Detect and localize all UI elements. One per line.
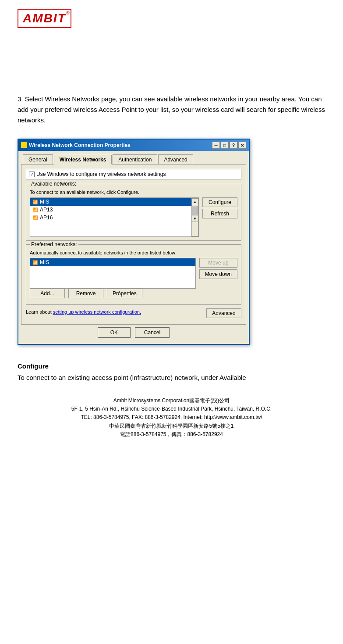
- dialog-titlebar: Wireless Network Connection Properties ─…: [18, 140, 249, 151]
- dialog-controls[interactable]: ─ □ ? ✕: [212, 142, 246, 149]
- preferred-move-buttons: Move up Move down: [199, 258, 237, 289]
- spacer: [18, 41, 325, 94]
- tab-wireless-networks[interactable]: Wireless Networks: [54, 155, 112, 165]
- remove-button[interactable]: Remove: [68, 289, 103, 298]
- preferred-item-mis[interactable]: 📶 MIS: [30, 258, 195, 266]
- tab-panel: ✓ Use Windows to configure my wireless n…: [21, 164, 246, 325]
- tabs-row: General Wireless Networks Authentication…: [21, 153, 246, 164]
- maximize-button[interactable]: □: [221, 142, 229, 149]
- footer-line2: 5F-1, 5 Hsin-An Rd., Hsinchu Science-Bas…: [18, 405, 325, 413]
- preferred-networks-section: Preferred networks: Automatically connec…: [26, 244, 241, 305]
- learn-text: Learn about: [26, 309, 52, 315]
- logo-text: AMBIT: [23, 11, 66, 25]
- available-scrollbar[interactable]: ▲ ▼: [191, 198, 198, 236]
- footer-line4: 中華民國臺灣省新竹縣新竹科學園區新安路5號5樓之1: [18, 422, 325, 430]
- cancel-button[interactable]: Cancel: [135, 327, 170, 338]
- advanced-button[interactable]: Advanced: [206, 308, 241, 318]
- available-networks-section: Available networks: To connect to an ava…: [26, 184, 241, 241]
- learn-section: Learn about setting up wireless network …: [26, 309, 141, 315]
- preferred-networks-label: Preferred networks:: [30, 241, 78, 247]
- footer-line3: TEL: 886-3-5784975, FAX: 886-3-5782924, …: [18, 413, 325, 422]
- preferred-networks-desc: Automatically connect to available netwo…: [30, 250, 237, 255]
- footer-line5: 電話886-3-5784975，傳真：886-3-5782924: [18, 430, 325, 439]
- networks-list-inner: 📶 MIS 📶 AP13 📶 AP16: [30, 198, 191, 236]
- configure-section: Configure To connect to an existing acce…: [18, 362, 325, 383]
- configure-desc: To connect to an existing access point (…: [18, 372, 325, 383]
- tab-authentication[interactable]: Authentication: [113, 154, 157, 164]
- scroll-up-arrow[interactable]: ▲: [191, 198, 198, 205]
- preferred-icon-mis: 📶: [32, 259, 38, 265]
- available-networks-desc: To connect to an available network, clic…: [30, 190, 237, 195]
- learn-advanced-row: Learn about setting up wireless network …: [26, 308, 241, 318]
- move-down-button[interactable]: Move down: [199, 269, 237, 279]
- configure-button[interactable]: Configure: [202, 197, 237, 207]
- dialog-icon: [21, 142, 27, 148]
- network-item-ap16[interactable]: 📶 AP16: [30, 214, 191, 222]
- add-button[interactable]: Add...: [30, 289, 65, 298]
- networks-row: 📶 MIS 📶 AP13 📶 AP16: [30, 197, 237, 237]
- windows-configure-label: Use Windows to configure my wireless net…: [36, 171, 166, 177]
- tab-advanced[interactable]: Advanced: [158, 154, 193, 164]
- dialog-title-text: Wireless Network Connection Properties: [29, 142, 131, 148]
- available-networks-list: 📶 MIS 📶 AP13 📶 AP16: [30, 197, 199, 237]
- dialog-content: General Wireless Networks Authentication…: [18, 151, 249, 344]
- learn-link[interactable]: setting up wireless network configuratio…: [53, 309, 141, 315]
- preferred-networks-list: 📶 MIS: [30, 258, 196, 289]
- dialog-window: Wireless Network Connection Properties ─…: [18, 139, 250, 345]
- footer-line1: Ambit Microsystems Corporation國碁電子(股)公司: [18, 397, 325, 405]
- dialog-title-left: Wireless Network Connection Properties: [21, 142, 131, 148]
- help-button[interactable]: ?: [230, 142, 237, 149]
- preferred-row: 📶 MIS Move up Move down: [30, 258, 237, 289]
- windows-configure-checkbox-row[interactable]: ✓ Use Windows to configure my wireless n…: [26, 169, 241, 179]
- configure-title: Configure: [18, 362, 325, 370]
- network-item-ap13[interactable]: 📶 AP13: [30, 206, 191, 214]
- dialog-container: Wireless Network Connection Properties ─…: [18, 139, 250, 345]
- network-icon-ap16: 📶: [32, 215, 38, 221]
- scroll-down-arrow[interactable]: ▼: [191, 215, 198, 222]
- networks-action-buttons: Configure Refresh: [202, 197, 237, 237]
- scroll-thumb[interactable]: [192, 206, 198, 215]
- close-button[interactable]: ✕: [238, 142, 246, 149]
- footer: Ambit Microsystems Corporation國碁電子(股)公司 …: [18, 392, 325, 439]
- move-up-button[interactable]: Move up: [199, 258, 237, 268]
- available-networks-label: Available networks:: [30, 181, 78, 187]
- network-item-mis[interactable]: 📶 MIS: [30, 198, 191, 206]
- properties-button[interactable]: Próperties: [107, 289, 142, 298]
- logo-reg: ®: [66, 11, 69, 15]
- minimize-button[interactable]: ─: [212, 142, 220, 149]
- logo-area: AMBIT ®: [18, 9, 325, 28]
- network-icon-mis: 📶: [32, 199, 38, 205]
- refresh-button[interactable]: Refresh: [202, 209, 237, 218]
- network-icon-ap13: 📶: [32, 207, 38, 213]
- preferred-bottom-actions: Add... Remove Próperties: [30, 289, 237, 298]
- ok-cancel-row: OK Cancel: [21, 325, 246, 340]
- logo-box: AMBIT ®: [18, 9, 71, 28]
- description-paragraph: 3. Select Wireless Networks page, you ca…: [18, 94, 325, 125]
- ok-button[interactable]: OK: [98, 327, 131, 338]
- tab-general[interactable]: General: [23, 154, 53, 164]
- windows-configure-checkbox[interactable]: ✓: [29, 172, 35, 177]
